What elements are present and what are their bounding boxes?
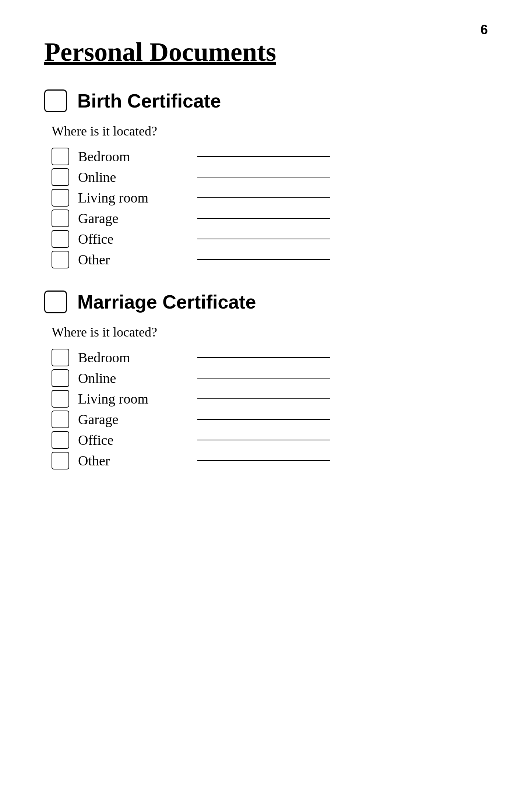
checkbox-birth-certificate-online[interactable] bbox=[52, 168, 69, 186]
list-item: Garage bbox=[52, 411, 488, 428]
list-item: Bedroom bbox=[52, 349, 488, 366]
location-line-marriage-certificate-1 bbox=[197, 378, 330, 379]
where-label-marriage-certificate: Where is it located? bbox=[52, 324, 488, 340]
location-line-birth-certificate-1 bbox=[197, 177, 330, 177]
location-line-marriage-certificate-3 bbox=[197, 419, 330, 420]
location-line-birth-certificate-2 bbox=[197, 197, 330, 198]
page-number: 6 bbox=[480, 22, 488, 38]
page-title: Personal Documents bbox=[44, 37, 488, 67]
location-label-marriage-certificate-5: Other bbox=[78, 453, 174, 469]
location-label-birth-certificate-5: Other bbox=[78, 251, 174, 268]
checkbox-marriage-certificate-other[interactable] bbox=[52, 452, 69, 469]
list-item: Garage bbox=[52, 210, 488, 227]
location-line-marriage-certificate-2 bbox=[197, 398, 330, 399]
checkbox-birth-certificate-bedroom[interactable] bbox=[52, 148, 69, 165]
section-header-marriage-certificate: Marriage Certificate bbox=[44, 291, 488, 313]
checkbox-marriage-certificate-living-room[interactable] bbox=[52, 390, 69, 408]
where-label-birth-certificate: Where is it located? bbox=[52, 123, 488, 139]
list-item: Office bbox=[52, 431, 488, 449]
main-checkbox-marriage-certificate[interactable] bbox=[44, 291, 67, 313]
main-checkbox-birth-certificate[interactable] bbox=[44, 89, 67, 112]
section-header-birth-certificate: Birth Certificate bbox=[44, 89, 488, 112]
location-label-birth-certificate-1: Online bbox=[78, 169, 174, 185]
section-title-marriage-certificate: Marriage Certificate bbox=[77, 291, 256, 313]
list-item: Bedroom bbox=[52, 148, 488, 165]
checkbox-marriage-certificate-online[interactable] bbox=[52, 369, 69, 387]
location-line-birth-certificate-4 bbox=[197, 239, 330, 239]
list-item: Living room bbox=[52, 189, 488, 207]
checkbox-birth-certificate-office[interactable] bbox=[52, 230, 69, 248]
location-label-marriage-certificate-2: Living room bbox=[78, 391, 174, 407]
list-item: Other bbox=[52, 452, 488, 469]
list-item: Online bbox=[52, 369, 488, 387]
section-title-birth-certificate: Birth Certificate bbox=[77, 90, 221, 112]
location-line-birth-certificate-5 bbox=[197, 259, 330, 260]
checkbox-marriage-certificate-office[interactable] bbox=[52, 431, 69, 449]
list-item: Office bbox=[52, 230, 488, 248]
location-label-birth-certificate-0: Bedroom bbox=[78, 148, 174, 165]
location-list-marriage-certificate: BedroomOnlineLiving roomGarageOfficeOthe… bbox=[52, 349, 488, 469]
location-label-marriage-certificate-0: Bedroom bbox=[78, 349, 174, 366]
location-label-birth-certificate-3: Garage bbox=[78, 210, 174, 226]
location-label-marriage-certificate-4: Office bbox=[78, 432, 174, 448]
checkbox-marriage-certificate-garage[interactable] bbox=[52, 411, 69, 428]
location-line-marriage-certificate-0 bbox=[197, 357, 330, 358]
location-line-marriage-certificate-5 bbox=[197, 460, 330, 461]
location-label-marriage-certificate-1: Online bbox=[78, 370, 174, 386]
checkbox-marriage-certificate-bedroom[interactable] bbox=[52, 349, 69, 366]
list-item: Living room bbox=[52, 390, 488, 408]
location-line-birth-certificate-0 bbox=[197, 156, 330, 157]
checkbox-birth-certificate-living-room[interactable] bbox=[52, 189, 69, 207]
location-line-birth-certificate-3 bbox=[197, 218, 330, 219]
section-birth-certificate: Birth CertificateWhere is it located?Bed… bbox=[44, 89, 488, 268]
checkbox-birth-certificate-garage[interactable] bbox=[52, 210, 69, 227]
checkbox-birth-certificate-other[interactable] bbox=[52, 251, 69, 268]
section-marriage-certificate: Marriage CertificateWhere is it located?… bbox=[44, 291, 488, 469]
location-list-birth-certificate: BedroomOnlineLiving roomGarageOfficeOthe… bbox=[52, 148, 488, 268]
location-label-marriage-certificate-3: Garage bbox=[78, 411, 174, 427]
list-item: Other bbox=[52, 251, 488, 268]
list-item: Online bbox=[52, 168, 488, 186]
location-label-birth-certificate-4: Office bbox=[78, 231, 174, 247]
location-line-marriage-certificate-4 bbox=[197, 440, 330, 440]
location-label-birth-certificate-2: Living room bbox=[78, 190, 174, 206]
